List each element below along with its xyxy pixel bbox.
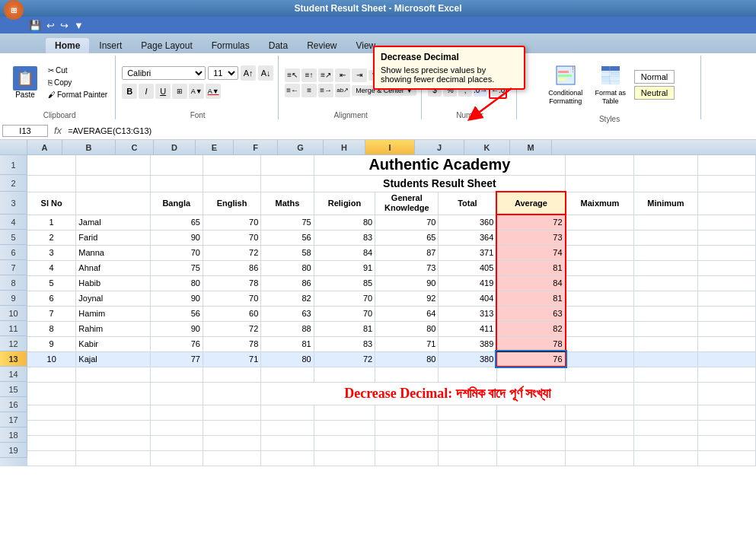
cell-C8[interactable]: 80 [150, 275, 203, 291]
cell-D7[interactable]: 86 [203, 260, 260, 275]
decrease-indent-button[interactable]: ⇤ [335, 68, 350, 82]
col-header-d[interactable]: D [154, 140, 196, 154]
cell-L14[interactable] [697, 367, 755, 382]
cell-H13[interactable]: 380 [439, 351, 496, 367]
cell-J16[interactable] [566, 405, 634, 420]
cell-D16[interactable] [203, 405, 260, 420]
cell-K14[interactable] [634, 367, 697, 382]
col-header-h[interactable]: H [324, 140, 365, 154]
cell-C4[interactable]: 65 [150, 215, 203, 230]
cell-E7[interactable]: 80 [261, 260, 314, 275]
cell-H11[interactable]: 411 [439, 321, 496, 336]
cell-K5[interactable] [634, 230, 697, 245]
cell-K7[interactable] [634, 260, 697, 275]
cell-H9[interactable]: 404 [439, 291, 496, 306]
cell-B11[interactable]: Rahim [76, 321, 150, 336]
cell-I13-active[interactable]: 76 [496, 351, 565, 367]
cell-A13[interactable]: 10 [27, 351, 76, 367]
cell-L5[interactable] [697, 230, 755, 245]
col-header-a[interactable]: A [27, 140, 62, 154]
col-header-j[interactable]: J [415, 140, 464, 154]
cell-K8[interactable] [634, 275, 697, 291]
border-button[interactable]: ⊞ [172, 84, 187, 99]
cell-J4[interactable] [566, 215, 634, 230]
cell-J6[interactable] [566, 245, 634, 260]
cell-L10[interactable] [697, 306, 755, 321]
copy-button[interactable]: ⎘ Copy [45, 77, 110, 88]
cell-G4[interactable]: 70 [375, 215, 439, 230]
col-header-m[interactable]: M [510, 140, 552, 154]
cell-L4[interactable] [697, 215, 755, 230]
cell-C6[interactable]: 70 [150, 245, 203, 260]
cell-K11[interactable] [634, 321, 697, 336]
cell-E13[interactable]: 80 [261, 351, 314, 367]
cell-J14[interactable] [566, 367, 634, 382]
cell-A7[interactable]: 4 [27, 260, 76, 275]
align-center-button[interactable]: ≡ [301, 84, 317, 97]
cell-J2[interactable] [566, 175, 634, 192]
cell-A18[interactable] [27, 435, 76, 450]
cell-I3[interactable]: Average [496, 192, 565, 215]
row-header-18[interactable]: 18 [0, 428, 27, 443]
row-header-8[interactable]: 8 [0, 275, 27, 291]
cell-E17[interactable] [261, 420, 314, 435]
cell-E2[interactable] [261, 175, 314, 192]
cell-B1[interactable] [76, 155, 150, 175]
row-header-16[interactable]: 16 [0, 397, 27, 412]
cell-H7[interactable]: 405 [439, 260, 496, 275]
tab-page-layout[interactable]: Page Layout [132, 38, 201, 53]
row-header-17[interactable]: 17 [0, 412, 27, 428]
cell-B9[interactable]: Joynal [76, 291, 150, 306]
align-left-button[interactable]: ≡← [285, 84, 300, 97]
cell-G7[interactable]: 73 [375, 260, 439, 275]
cell-L1[interactable] [697, 155, 755, 175]
cell-F12[interactable]: 83 [314, 336, 375, 351]
paste-button[interactable]: 📋 Paste [8, 64, 42, 101]
cell-F2-subtitle[interactable]: Students Result Sheet [314, 175, 565, 192]
cell-F16[interactable] [314, 405, 375, 420]
cell-H19[interactable] [439, 450, 496, 466]
cell-E4[interactable]: 75 [261, 215, 314, 230]
align-top-left-button[interactable]: ≡↖ [285, 68, 300, 82]
cell-I14[interactable] [496, 367, 565, 382]
cell-D12[interactable]: 78 [203, 336, 260, 351]
cell-J8[interactable] [566, 275, 634, 291]
cell-J11[interactable] [566, 321, 634, 336]
cell-H8[interactable]: 419 [439, 275, 496, 291]
cell-C11[interactable]: 90 [150, 321, 203, 336]
cell-B19[interactable] [76, 450, 150, 466]
cell-C2[interactable] [150, 175, 203, 192]
cell-D18[interactable] [203, 435, 260, 450]
row-header-3[interactable]: 3 [0, 192, 27, 215]
cell-B5[interactable]: Farid [76, 230, 150, 245]
cell-I10[interactable]: 63 [496, 306, 565, 321]
cell-G17[interactable] [375, 420, 439, 435]
cell-E12[interactable]: 81 [261, 336, 314, 351]
cell-K16[interactable] [634, 405, 697, 420]
cell-A2[interactable] [27, 175, 76, 192]
row-header-7[interactable]: 7 [0, 260, 27, 275]
cell-D10[interactable]: 60 [203, 306, 260, 321]
cell-F4[interactable]: 80 [314, 215, 375, 230]
cell-G12[interactable]: 71 [375, 336, 439, 351]
cell-F9[interactable]: 70 [314, 291, 375, 306]
cell-G18[interactable] [375, 435, 439, 450]
cell-J19[interactable] [566, 450, 634, 466]
tab-data[interactable]: Data [260, 38, 297, 53]
tab-home[interactable]: Home [46, 38, 89, 53]
cell-K6[interactable] [634, 245, 697, 260]
cell-G5[interactable]: 65 [375, 230, 439, 245]
cell-G3[interactable]: GeneralKnowledge [375, 192, 439, 215]
cell-G8[interactable]: 90 [375, 275, 439, 291]
cell-G13[interactable]: 80 [375, 351, 439, 367]
cell-A12[interactable]: 9 [27, 336, 76, 351]
format-as-table-button[interactable]: Format as Table [589, 58, 632, 111]
cell-B3[interactable] [76, 192, 150, 215]
cell-B6[interactable]: Manna [76, 245, 150, 260]
cell-C14[interactable] [150, 367, 203, 382]
cell-F13[interactable]: 72 [314, 351, 375, 367]
col-header-i[interactable]: I [365, 140, 415, 154]
cell-L9[interactable] [697, 291, 755, 306]
undo-button[interactable]: ↩ [45, 20, 56, 31]
cell-F1-title[interactable]: Authentic Academy [314, 155, 565, 175]
